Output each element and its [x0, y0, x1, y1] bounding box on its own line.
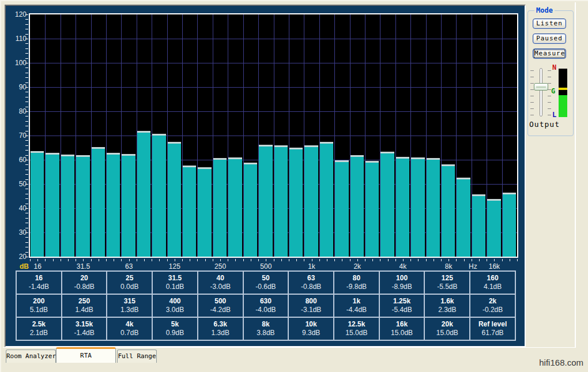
x-tick-label: 16k [489, 262, 500, 270]
table-row: 2005.1dB2501.4dB3151.3dB4003.0dB500-4.2d… [16, 294, 515, 317]
frequency-label: 250 [62, 297, 107, 306]
x-axis-tick [395, 259, 396, 261]
measure-button[interactable]: Measure [533, 48, 566, 59]
tab-full-range[interactable]: Full Range [117, 350, 157, 363]
y-tick-label: 30 [8, 228, 27, 236]
output-slider-track[interactable] [540, 68, 542, 117]
x-axis-tick [494, 259, 495, 261]
y-axis-tick [25, 24, 28, 25]
y-axis-tick [25, 189, 28, 189]
bar-peak-cap [274, 145, 288, 147]
x-axis-tick [37, 259, 38, 261]
spectrum-bar [107, 153, 120, 257]
y-axis-tick [25, 34, 28, 35]
x-tick-label: 16 [34, 262, 42, 270]
y-tick-label: 100 [8, 59, 27, 67]
x-axis-tick [319, 259, 320, 261]
x-axis-tick [251, 259, 251, 261]
x-axis-tick [456, 259, 457, 261]
spectrum-bar [427, 158, 440, 257]
x-axis-tick [235, 259, 236, 261]
bar-peak-cap [244, 163, 257, 164]
table-cell: 63-0.8dB [288, 271, 334, 294]
y-axis-tick [25, 164, 28, 165]
bar-peak-cap [289, 148, 303, 149]
y-axis-tick [25, 247, 28, 247]
table-cell: 6.3k1.3dB [198, 317, 243, 340]
spectrum-bar [259, 145, 272, 257]
meter-label-n: N [552, 63, 556, 72]
table-cell: 1.6k2.3dB [424, 294, 470, 317]
bar-peak-cap [457, 178, 470, 179]
output-slider-thumb[interactable] [534, 83, 548, 91]
x-axis-tick [372, 259, 373, 261]
y-axis-tick [25, 155, 28, 156]
listen-button[interactable]: Listen [533, 18, 566, 29]
watermark-text: hifi168.com [539, 358, 583, 367]
spectrum-bar [122, 154, 135, 257]
tab-rta[interactable]: RTA [56, 347, 116, 363]
bar-peak-cap [503, 193, 516, 194]
x-axis-tick [159, 259, 160, 261]
frequency-label: Ref level [470, 320, 515, 329]
y-tick-label: 110 [8, 35, 27, 43]
db-value: 1.3dB [107, 306, 152, 314]
y-axis-tick [25, 77, 28, 78]
frequency-label: 16 [17, 274, 61, 283]
y-axis-tick [25, 82, 28, 83]
x-axis-tick [220, 259, 221, 261]
table-cell: 20-0.8dB [62, 271, 107, 294]
y-axis-tick [25, 198, 28, 199]
bar-peak-cap [365, 161, 379, 163]
spectrum-bar [152, 134, 165, 257]
y-axis-tick [25, 39, 28, 39]
spectrum-bar [457, 178, 470, 257]
slider-tick-left [530, 115, 534, 115]
y-axis-tick [25, 208, 28, 209]
bar-peak-cap [61, 155, 74, 156]
y-tick-label: 80 [8, 107, 27, 115]
x-tick-label: 31.5 [77, 262, 90, 270]
db-value: 0.1dB [153, 283, 197, 291]
bar-peak-cap [380, 152, 394, 153]
db-value: -0.6dB [244, 283, 288, 291]
frequency-label: 2.5k [17, 320, 61, 329]
x-axis-tick [83, 259, 84, 261]
table-cell: 12.5k15.0dB [334, 317, 379, 340]
frequency-label: 80 [334, 274, 379, 283]
db-value: -5.5dB [425, 283, 469, 291]
y-axis-tick [25, 67, 28, 68]
x-axis-tick [510, 259, 510, 261]
slider-tick-right [548, 70, 551, 71]
paused-button[interactable]: Paused [533, 33, 566, 44]
frequency-label: 6.3k [198, 320, 243, 329]
y-axis-tick [25, 19, 28, 20]
y-axis-tick [25, 121, 28, 122]
x-axis-tick [68, 259, 69, 261]
table-cell: 630-4.0dB [243, 294, 289, 317]
y-axis-tick [25, 116, 28, 117]
y-axis-tick [25, 43, 28, 44]
slider-tick-right [548, 89, 551, 90]
spectrum-bar [31, 151, 44, 257]
bar-peak-cap [487, 199, 500, 201]
y-axis-tick [25, 58, 28, 59]
frequency-label: 63 [289, 274, 333, 283]
x-tick-label: Hz [469, 262, 477, 270]
x-axis-tick [129, 259, 130, 261]
table-cell: 4k0.7dB [107, 317, 152, 340]
frequency-label: 160 [470, 274, 515, 283]
y-tick-label: 60 [8, 156, 27, 164]
tab-room-analyzer[interactable]: Room Analyzer [6, 350, 56, 363]
y-axis-tick [25, 29, 28, 29]
bar-peak-cap [183, 166, 196, 167]
y-axis-tick [25, 107, 28, 107]
db-value: 3.8dB [244, 329, 288, 337]
frequency-label: 10k [289, 320, 333, 329]
spectrum-plot-frame [29, 13, 518, 258]
x-tick-label: 4k [399, 262, 407, 270]
db-value: 4.1dB [470, 283, 515, 291]
x-tick-label: 8k [445, 262, 453, 270]
y-axis-tick [25, 237, 28, 238]
x-axis-tick [418, 259, 419, 261]
